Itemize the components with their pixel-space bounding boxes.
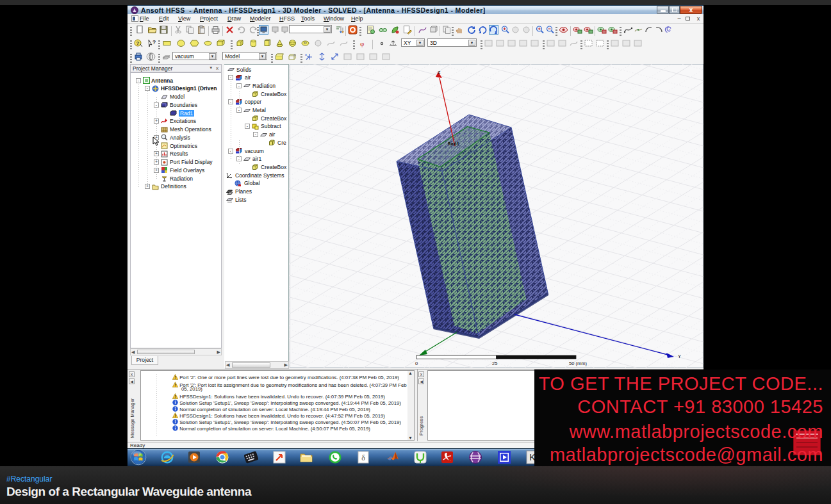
svg-text:50 (mm): 50 (mm) <box>569 361 587 366</box>
svg-text:0: 0 <box>415 361 418 366</box>
svg-text:25: 25 <box>492 361 497 366</box>
svg-text:?: ? <box>152 39 156 45</box>
svg-text:φ: φ <box>360 40 364 47</box>
svg-text:δ: δ <box>361 453 365 462</box>
svg-text:?: ? <box>136 40 140 46</box>
svg-text:Y: Y <box>678 354 681 359</box>
svg-text:a: a <box>305 53 307 56</box>
svg-text:Rad1: Rad1 <box>448 142 460 147</box>
svg-text:z: z <box>438 69 441 75</box>
